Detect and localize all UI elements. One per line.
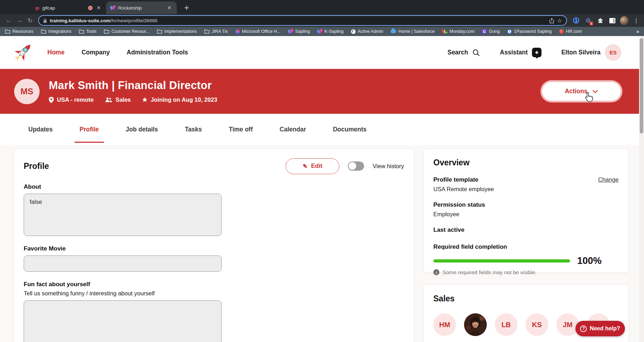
bookmark-hr-com[interactable]: HR.com [559,29,582,34]
tab-profile[interactable]: Profile [80,126,99,133]
right-column: Overview Profile template USA Remote emp… [423,148,629,342]
assistant-sparkle-icon: ✦ [532,48,541,57]
cloud-icon [391,30,396,33]
nav-administration-tools[interactable]: Administration Tools [127,49,188,56]
nav-home[interactable]: Home [47,49,65,56]
bookmark-customer-resources[interactable]: Customer Resour... [104,29,150,34]
page-scrollbar-thumb[interactable] [640,38,643,134]
header-right: Search Assistant ✦ Elton Silveira ES [447,44,621,61]
profile-section-tabs: Updates Profile Job details Tasks Time o… [0,114,639,145]
bookmark-implementations[interactable]: Implementations [157,29,197,34]
url-host: training.kallidus-suite.com [50,18,110,23]
page-scrollbar-track [639,36,644,342]
location-pin-icon [49,97,54,103]
bookmarks-bar: Resources Integrations Tools Customer Re… [0,27,644,36]
bookmark-resources[interactable]: Resources [5,29,34,34]
browser-profile-avatar[interactable] [620,16,628,25]
last-active-label: Last active [433,226,464,234]
bookmark-sapling[interactable]: Sapling [288,29,310,34]
tab-updates[interactable]: Updates [28,126,53,133]
search-button[interactable]: Search [447,49,480,57]
about-label: About [24,183,404,190]
rocketship-favicon-icon [110,5,115,10]
need-help-button[interactable]: ? Need help? [575,321,625,336]
tab-job-details[interactable]: Job details [126,126,158,133]
fun-fact-textarea[interactable] [24,300,222,342]
onepassword-extension-icon[interactable]: 1 [572,16,580,25]
back-icon[interactable]: ← [4,16,14,25]
employee-avatar: MS [14,79,40,104]
completion-progress-bar [433,259,570,263]
extensions-puzzle-icon[interactable] [596,16,604,25]
bookmark-salesforce[interactable]: Home | Salesforce [391,29,435,34]
browser-tab-gifcap[interactable]: gs gifcap ✕ [31,1,106,14]
view-history-toggle[interactable] [348,161,364,171]
browser-window: gs gifcap ✕ Rocketship ✕ + ← → ↻ trainin… [0,0,644,342]
browser-menu-icon[interactable]: ⋮ [632,16,640,25]
content-area: Profile ✎ Edit View history About false … [13,145,629,342]
url-path: /hr/new/profile/26085 [110,18,158,23]
app-header: Home Company Administration Tools Search… [0,36,639,69]
mouse-cursor-icon [584,92,594,102]
user-avatar: ES [605,44,621,61]
star-icon: ★ [142,96,147,104]
member-avatar[interactable]: HM [433,313,456,336]
toggle-knob [349,162,356,170]
employee-banner: MS Mark Smith | Financial Director USA -… [0,69,639,114]
user-menu[interactable]: Elton Silveira ES [561,44,621,61]
employee-meta: USA - remote Sales ★ Joining on Aug 10, … [49,96,217,104]
member-photo [464,313,487,336]
tab-time-off[interactable]: Time off [229,126,253,133]
address-bar[interactable]: training.kallidus-suite.com/hr/new/profi… [38,15,567,26]
team-icon [105,97,112,102]
member-avatar[interactable]: KS [526,313,548,336]
forward-icon[interactable]: → [14,16,25,25]
edit-button[interactable]: ✎ Edit [286,158,339,174]
bookmark-gong[interactable]: GGong [482,29,500,34]
sapling-icon [317,29,322,34]
app-nav: Home Company Administration Tools [47,49,188,56]
bookmark-microsoft-office[interactable]: Microsoft Office H... [235,29,281,34]
bookmark-1password-sapling[interactable]: 11Password Sapling [507,29,552,34]
bookmark-star-icon[interactable]: ☆ [557,17,562,24]
tab-documents[interactable]: Documents [333,126,367,133]
close-tab-icon[interactable]: ✕ [166,5,172,11]
profile-card: Profile ✎ Edit View history About false … [13,148,414,342]
rocketship-logo-icon[interactable] [12,41,35,64]
office-icon [235,29,240,34]
bookmark-integrations[interactable]: Integrations [41,29,71,34]
browser-tab-rocketship[interactable]: Rocketship ✕ [106,1,177,14]
tab-title: Rocketship [118,5,163,11]
share-icon[interactable] [549,18,554,23]
member-avatar[interactable]: JM [556,313,579,336]
favorite-movie-input[interactable] [24,255,222,272]
close-tab-icon[interactable]: ✕ [95,5,102,11]
reload-icon[interactable]: ↻ [25,16,35,25]
bookmark-active-admin[interactable]: Active Admin [351,29,383,34]
bookmark-monday[interactable]: Monday.com [442,29,475,34]
nav-company[interactable]: Company [82,49,110,56]
bookmarks-overflow-icon[interactable]: » [636,29,639,34]
tab-tasks[interactable]: Tasks [185,126,202,133]
extension-row: 1 ⚙ 1 ⋮ [572,16,640,25]
question-icon: ? [580,325,587,332]
profile-template-value: USA Remote employee [433,186,598,193]
change-link[interactable]: Change [598,176,619,183]
bookmark-tools[interactable]: Tools [79,29,96,34]
tab-calendar[interactable]: Calendar [280,126,306,133]
side-panel-icon[interactable] [608,16,616,25]
employee-title: Mark Smith | Financial Director [49,79,217,92]
actions-button[interactable]: Actions [542,82,621,101]
member-avatar-photo[interactable] [464,313,487,336]
about-textarea[interactable]: false [24,194,222,236]
member-avatar[interactable]: LB [495,313,517,336]
fun-fact-label: Fun fact about yourself [24,281,404,288]
assistant-button[interactable]: Assistant ✦ [500,48,541,57]
bookmark-jira-tix[interactable]: JIRA Tix [204,29,228,34]
monday-icon [442,29,447,34]
new-tab-button[interactable]: + [182,3,192,13]
bookmark-k-sapling[interactable]: K-Sapling [317,29,344,34]
gear-extension-icon[interactable]: ⚙ 1 [584,16,592,25]
favorite-movie-label: Favorite Movie [24,245,404,252]
joining-item: ★ Joining on Aug 10, 2023 [142,96,217,104]
